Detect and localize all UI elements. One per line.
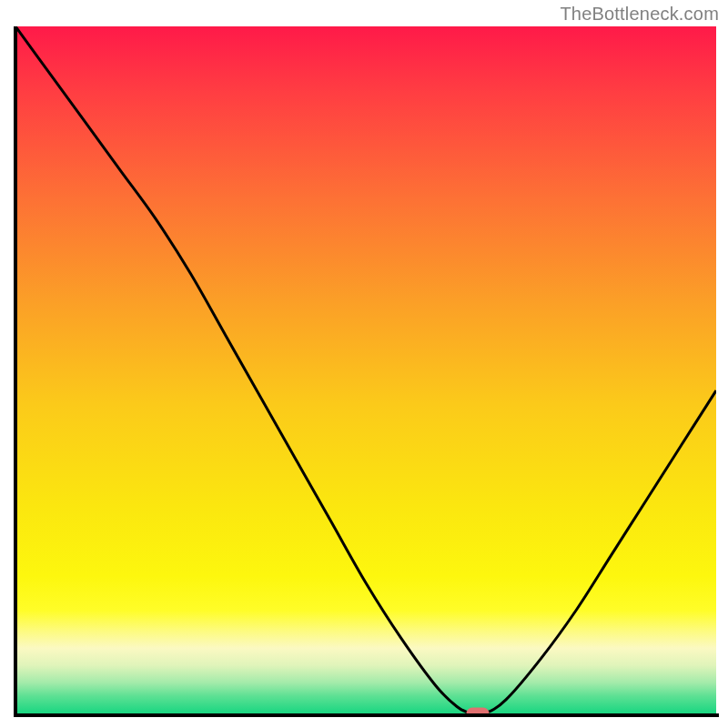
gradient-background bbox=[15, 26, 716, 713]
watermark-text: TheBottleneck.com bbox=[560, 4, 719, 25]
bottleneck-chart: TheBottleneck.com bbox=[0, 0, 728, 728]
svg-rect-0 bbox=[15, 26, 716, 713]
plot-area bbox=[15, 26, 716, 713]
optimal-marker bbox=[467, 708, 490, 714]
